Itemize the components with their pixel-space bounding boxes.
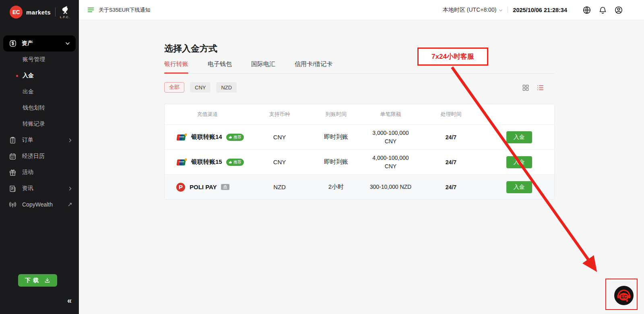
- brand-name: markets: [26, 9, 51, 16]
- notifications-bell-icon[interactable]: [599, 6, 607, 14]
- filter-cny[interactable]: CNY: [190, 82, 211, 93]
- cell-limit: 300-10,000 NZD: [363, 183, 418, 191]
- svg-text:P: P: [179, 184, 183, 190]
- sidebar-item-label: 经济日历: [22, 153, 45, 160]
- sidebar-item-transfer-records[interactable]: 转账记录: [0, 116, 79, 132]
- sidebar-item-economic-calendar[interactable]: 经济日历: [0, 148, 79, 164]
- col-header-channel: 充值渠道: [165, 111, 250, 118]
- deposit-channels-table: 充值渠道 支持币种 到账时间 单笔限额 处理时间 银联转账14: [164, 104, 555, 200]
- channel-name: 银联转账15: [191, 158, 222, 166]
- sidebar-item-label: 入金: [23, 72, 34, 79]
- deposit-button[interactable]: 入金: [506, 181, 532, 193]
- list-view-icon[interactable]: [536, 84, 545, 92]
- sidebar-item-deposit[interactable]: 入金: [0, 68, 79, 84]
- lfc-logo: L.F.C.: [60, 6, 70, 19]
- poli-pay-icon: P: [176, 182, 186, 192]
- topbar-divider: [508, 7, 508, 13]
- broadcast-icon: [9, 201, 17, 209]
- gift-icon: [9, 169, 17, 176]
- sidebar-item-label: 活动: [22, 169, 33, 176]
- announcement-lines-icon: [88, 7, 95, 13]
- sidebar-item-assets[interactable]: 资产: [3, 35, 76, 52]
- sidebar-item-label: 订单: [22, 136, 33, 144]
- ec-support-icon: EC: [613, 285, 634, 306]
- svg-text:EC: EC: [621, 294, 627, 299]
- filter-nzd[interactable]: NZD: [216, 82, 237, 93]
- grid-view-icon[interactable]: [522, 84, 530, 92]
- channel-name: 银联转账14: [191, 133, 222, 141]
- tab-bank-transfer[interactable]: 银行转账: [164, 60, 188, 73]
- deposit-button[interactable]: 入金: [506, 131, 532, 143]
- table-row: 银联转账15 推荐 CNY 即时到账 4,000-100,000 CNY 24/…: [165, 149, 554, 174]
- deposit-method-tabs: 银行转账 电子钱包 国际电汇 信用卡/借记卡: [164, 60, 555, 74]
- language-globe-icon[interactable]: [582, 6, 591, 14]
- badge-label: 推荐: [233, 159, 242, 165]
- customer-service-chat-button[interactable]: EC: [613, 285, 634, 308]
- col-header-limit: 单笔限额: [363, 111, 418, 118]
- cell-limit: 4,000-100,000 CNY: [363, 154, 418, 171]
- news-icon: [9, 185, 17, 192]
- col-header-hours: 处理时间: [418, 111, 484, 118]
- chevron-down-icon: [499, 8, 503, 12]
- download-button[interactable]: 下载: [18, 274, 57, 287]
- sidebar-item-label: 转账记录: [23, 120, 45, 128]
- view-toggles: [522, 84, 545, 92]
- notice-text: 关于S35EUR下线通知: [99, 6, 151, 14]
- brand-logo: EC markets L.F.C.: [0, 0, 79, 23]
- deposit-button[interactable]: 入金: [506, 156, 532, 168]
- cell-hours: 24/7: [418, 159, 484, 165]
- sidebar-item-orders[interactable]: 订单: [0, 132, 79, 148]
- unionpay-icon: [176, 158, 187, 166]
- cell-limit: 3,000-100,000 CNY: [363, 129, 418, 146]
- support-annotation-box: 7x24小时客服: [417, 48, 488, 66]
- limit-line1: 3,000-100,000: [363, 129, 418, 137]
- page-title: 选择入金方式: [164, 43, 217, 55]
- sidebar: EC markets L.F.C. 资产 账号管理 入金: [0, 0, 79, 314]
- sidebar-collapse-button[interactable]: «: [67, 296, 72, 305]
- external-link-icon: ↗: [67, 201, 72, 208]
- channel-name: POLI PAY: [190, 184, 217, 190]
- tab-credit-debit-card[interactable]: 信用卡/借记卡: [295, 60, 332, 73]
- notice-bar[interactable]: 关于S35EUR下线通知: [88, 6, 151, 14]
- logo-divider: [55, 8, 56, 17]
- download-icon: [44, 277, 50, 283]
- col-header-arrival: 到账时间: [309, 111, 363, 118]
- sidebar-item-label: CopyWealth: [22, 201, 53, 208]
- sidebar-item-copywealth[interactable]: CopyWealth ↗: [0, 196, 79, 213]
- chevron-right-icon: [68, 138, 72, 143]
- tab-e-wallet[interactable]: 电子钱包: [208, 60, 232, 73]
- liver-bird-icon: [61, 6, 69, 15]
- cell-currency: CNY: [250, 134, 309, 140]
- limit-line1: 4,000-100,000: [363, 154, 418, 162]
- main-content: 选择入金方式 银行转账 电子钱包 国际电汇 信用卡/借记卡 全部 CNY NZD…: [79, 20, 644, 314]
- bank-badge: [221, 184, 229, 190]
- download-label: 下载: [25, 277, 41, 284]
- table-row: 银联转账14 推荐 CNY 即时到账 3,000-100,000 CNY 24/…: [165, 124, 554, 149]
- limit-line2: CNY: [363, 162, 418, 171]
- sidebar-item-label: 资讯: [22, 185, 33, 192]
- table-row: P POLI PAY NZD 2小时 300-10,000 NZD 24/7 入…: [165, 174, 554, 199]
- badge-label: 推荐: [233, 134, 242, 140]
- thumbs-up-icon: [229, 160, 232, 164]
- col-header-currency: 支持币种: [250, 111, 309, 118]
- sidebar-item-promotions[interactable]: 活动: [0, 164, 79, 180]
- sidebar-item-label: 账号管理: [23, 56, 45, 63]
- timezone-selector[interactable]: 本地时区 (UTC+8:00): [443, 6, 496, 14]
- cell-arrival: 即时到账: [309, 158, 363, 166]
- active-dot: [16, 75, 18, 77]
- sidebar-item-label: 钱包划转: [23, 104, 45, 112]
- sidebar-item-withdraw[interactable]: 出金: [0, 84, 79, 100]
- assets-dollar-icon: [9, 39, 17, 48]
- lfc-label: L.F.C.: [60, 16, 70, 19]
- cell-currency: CNY: [250, 159, 309, 165]
- calendar-icon: [9, 153, 17, 160]
- filter-all[interactable]: 全部: [164, 82, 184, 93]
- sidebar-item-account-management[interactable]: 账号管理: [0, 52, 79, 68]
- topbar: 关于S35EUR下线通知 本地时区 (UTC+8:00) 2025/10/06 …: [79, 0, 644, 20]
- account-user-icon[interactable]: [614, 6, 623, 14]
- sidebar-item-news[interactable]: 资讯: [0, 180, 79, 196]
- cell-currency: NZD: [250, 184, 309, 190]
- sidebar-item-wallet-transfer[interactable]: 钱包划转: [0, 100, 79, 116]
- limit-line1: 300-10,000 NZD: [363, 183, 418, 191]
- tab-international-wire[interactable]: 国际电汇: [251, 60, 275, 73]
